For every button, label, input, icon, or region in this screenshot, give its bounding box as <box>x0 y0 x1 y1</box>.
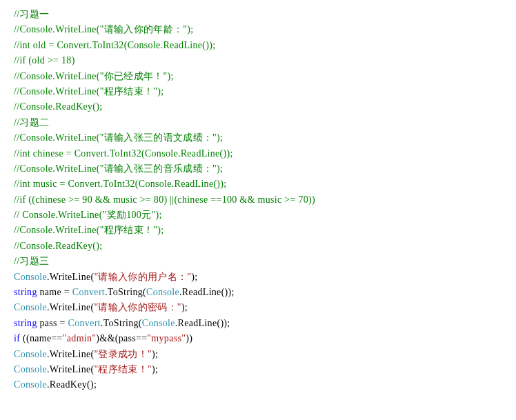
code-token-normal: name = <box>37 287 72 297</box>
code-line: //习题二 <box>14 115 502 130</box>
code-line: Console.WriteLine("程序结束！"); <box>14 362 502 377</box>
code-token-class: Console <box>146 287 179 297</box>
code-token-normal: .ReadLine()); <box>179 287 235 297</box>
code-token-normal: ); <box>191 272 197 282</box>
code-line: // Console.WriteLine("奖励100元"); <box>14 208 502 223</box>
code-line: //Console.WriteLine("程序结束！"); <box>14 223 502 238</box>
code-token-comment: //习题二 <box>14 117 49 128</box>
code-token-string: "请输入你的用户名：" <box>94 272 191 282</box>
code-token-class: Console <box>14 379 47 390</box>
code-token-comment: //Console.WriteLine("请输入你的年龄："); <box>14 24 193 34</box>
code-token-normal: .WriteLine( <box>47 302 94 312</box>
code-line: //if ((chinese >= 90 && music >= 80) ||(… <box>14 192 502 208</box>
code-token-normal: pass = <box>37 318 68 328</box>
code-token-normal: )&&(pass== <box>96 333 147 343</box>
code-line: string name = Convert.ToString(Console.R… <box>14 285 502 300</box>
code-token-comment: //Console.ReadKey(); <box>14 101 102 112</box>
code-token-normal: .ReadLine()); <box>175 318 230 328</box>
code-token-normal: .ReadKey(); <box>47 379 97 390</box>
code-token-normal: .WriteLine( <box>47 272 94 282</box>
code-token-normal: .WriteLine( <box>47 349 94 359</box>
code-token-keyword: if <box>14 333 20 343</box>
code-token-class: Console <box>14 272 47 282</box>
code-line: //Console.WriteLine("请输入你的年龄："); <box>14 22 502 37</box>
code-token-class: Convert <box>72 287 105 297</box>
code-line: string pass = Convert.ToString(Console.R… <box>14 316 502 331</box>
code-token-class: Console <box>14 364 47 374</box>
code-line: if ((name=="admin")&&(pass=="mypass")) <box>14 331 502 346</box>
code-line: //Console.WriteLine("请输入张三的音乐成绩："); <box>14 161 502 177</box>
code-token-normal: ((name== <box>20 333 63 343</box>
code-token-comment: //int chinese = Convert.ToInt32(Console.… <box>14 148 233 159</box>
code-token-comment: //Console.WriteLine("程序结束！"); <box>14 225 163 235</box>
code-line: //Console.ReadKey(); <box>14 239 502 254</box>
code-token-comment: //习题一 <box>14 9 49 19</box>
code-line: //if (old >= 18) <box>14 53 502 68</box>
code-token-normal: ); <box>181 302 188 312</box>
code-line: //int chinese = Convert.ToInt32(Console.… <box>14 146 502 161</box>
code-token-comment: //int music = Convert.ToInt32(Console.Re… <box>14 179 226 189</box>
code-token-comment: //Console.ReadKey(); <box>14 241 102 251</box>
code-line: //int music = Convert.ToInt32(Console.Re… <box>14 177 502 192</box>
code-token-keyword: string <box>14 318 37 328</box>
code-line: Console.WriteLine("请输入你的密码："); <box>14 300 502 315</box>
code-token-normal: ); <box>152 349 158 359</box>
code-block: //习题一//Console.WriteLine("请输入你的年龄：");//i… <box>14 7 502 393</box>
code-token-class: Console <box>142 318 175 328</box>
code-token-comment: //Console.WriteLine("程序结束！"); <box>14 86 163 97</box>
code-token-string: "程序结束！" <box>94 364 152 374</box>
code-token-normal: .ToString( <box>105 287 146 297</box>
code-line: //Console.ReadKey(); <box>14 99 502 114</box>
code-token-comment: //Console.WriteLine("请输入张三的语文成绩："); <box>14 132 223 143</box>
code-token-comment: // Console.WriteLine("奖励100元"); <box>14 210 162 220</box>
code-token-comment: //习题三 <box>14 256 49 266</box>
code-token-normal: )) <box>186 333 192 343</box>
code-token-comment: //if (old >= 18) <box>14 55 75 66</box>
code-line: //int old = Convert.ToInt32(Console.Read… <box>14 38 502 53</box>
code-token-keyword: string <box>14 287 37 297</box>
code-token-normal: .ToString( <box>101 318 142 328</box>
code-token-string: "请输入你的密码：" <box>94 302 181 312</box>
code-token-comment: //int old = Convert.ToInt32(Console.Read… <box>14 40 215 50</box>
code-token-comment: //Console.WriteLine("请输入张三的音乐成绩："); <box>14 163 223 174</box>
code-line: Console.WriteLine("请输入你的用户名："); <box>14 270 502 285</box>
code-token-comment: //if ((chinese >= 90 && music >= 80) ||(… <box>14 194 315 205</box>
code-token-class: Convert <box>68 318 101 328</box>
code-line: Console.ReadKey(); <box>14 377 502 392</box>
code-token-class: Console <box>14 302 47 312</box>
code-line: //Console.WriteLine("程序结束！"); <box>14 84 502 99</box>
code-line: //习题一 <box>14 7 502 22</box>
code-line: //Console.WriteLine("请输入张三的语文成绩："); <box>14 130 502 146</box>
code-token-string: "admin" <box>63 333 97 343</box>
code-line: //Console.WriteLine("你已经成年！"); <box>14 69 502 84</box>
code-line: Console.WriteLine("登录成功！"); <box>14 347 502 362</box>
code-token-normal: ); <box>152 364 158 374</box>
code-token-string: "mypass" <box>147 333 186 343</box>
code-token-comment: //Console.WriteLine("你已经成年！"); <box>14 71 174 81</box>
code-token-class: Console <box>14 349 47 359</box>
code-line: //习题三 <box>14 254 502 269</box>
code-token-string: "登录成功！" <box>94 349 152 359</box>
code-token-normal: .WriteLine( <box>47 364 94 374</box>
